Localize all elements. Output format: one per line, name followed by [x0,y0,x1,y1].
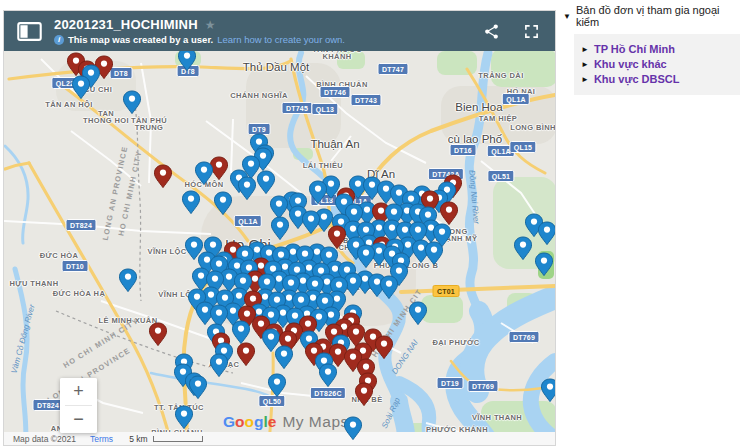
map-pin[interactable] [268,372,286,398]
map-pin[interactable] [319,362,337,388]
map-pin[interactable] [355,381,373,407]
map-pin[interactable] [271,215,289,241]
legend-sidebar: ▼ Bản đồ đơn vị tham gia ngoại kiểm ► TP… [556,0,740,448]
legend-item-tp-ho-chi-minh[interactable]: ► TP Hồ Chí Minh [581,43,734,55]
map-data-text: Map data ©2021 [13,434,76,444]
legend-item-label: TP Hồ Chí Minh [594,43,675,55]
info-icon: i [54,35,64,45]
road-shield: DT16 [450,144,477,156]
road-shield: DT10 [62,260,89,272]
map-pin[interactable] [123,89,141,115]
page: 20201231_HOCHIMINH ★ i This map was crea… [0,0,740,448]
map-pin[interactable] [514,235,532,261]
attribution-bar: Map data ©2021 Terms 5 km [4,432,555,445]
map-pin[interactable] [344,415,362,441]
map-pin[interactable] [409,300,427,326]
expand-triangle-icon: ► [581,75,589,84]
legend-title[interactable]: ▼ Bản đồ đơn vị tham gia ngoại kiểm [563,4,740,28]
road-shield: DT745 [281,102,312,114]
map-pin[interactable] [149,321,167,347]
map-pin[interactable] [275,344,293,370]
map-pin[interactable] [380,274,398,300]
collapse-triangle-icon: ▼ [563,12,571,21]
road-shield: DT747 [377,63,408,75]
header-titles: 20201231_HOCHIMINH ★ i This map was crea… [54,17,483,45]
star-icon[interactable]: ★ [205,20,216,30]
expand-triangle-icon: ► [581,60,589,69]
map-pin[interactable] [535,251,553,277]
zoom-control: + − [60,378,97,433]
map-pin[interactable] [237,341,255,367]
map-pin[interactable] [195,160,213,186]
map-pin[interactable] [375,334,393,360]
map-pin[interactable] [210,352,228,378]
map-pin[interactable] [189,374,207,400]
expand-triangle-icon: ► [581,45,589,54]
scale-text: 5 km [129,434,147,444]
road-shield: DT824 [32,399,63,411]
zoom-out-button[interactable]: − [60,406,97,433]
legend-item-khu-vuc-khac[interactable]: ► Khu vực khác [581,58,734,70]
map-pin[interactable] [309,179,327,205]
map-pin[interactable] [538,220,555,246]
road-shield: DT743 [350,94,381,106]
terms-link[interactable]: Terms [90,434,113,444]
map-pin[interactable] [541,377,555,403]
fullscreen-icon[interactable] [524,24,539,39]
road-shield: QL51 [487,170,514,182]
legend-title-text: Bản đồ đơn vị tham gia ngoại kiểm [576,4,740,28]
scale-bar [153,436,203,442]
road-shield: DT746 [319,86,350,98]
road-shield: DT8 [110,67,133,79]
learn-link[interactable]: Learn how to create your own. [217,34,345,45]
road-shield: CT01 [433,285,460,297]
road-shield: DT824 [65,219,96,231]
map-pin[interactable] [425,240,443,266]
map-pin[interactable] [357,243,375,269]
info-text: This map was created by a user. [68,34,213,45]
map-canvas[interactable]: Google My Maps + − Map data ©2021 Terms … [4,51,555,445]
road-shield: QL1A [234,215,262,227]
map-pin[interactable] [238,175,256,201]
map-pin[interactable] [178,51,196,72]
embedded-map: 20201231_HOCHIMINH ★ i This map was crea… [3,10,556,446]
road-shield: QL15 [509,141,536,153]
header-actions [483,23,539,40]
road-shield: DT826C [310,387,346,399]
zoom-in-button[interactable]: + [60,378,97,405]
map-pin[interactable] [154,163,172,189]
share-icon[interactable] [483,23,500,40]
road-shield: DT19 [437,377,464,389]
road-shield: DT769 [467,380,498,392]
toggle-panel-icon[interactable] [17,22,42,41]
map-pin[interactable] [302,209,320,235]
map-pin[interactable] [72,74,90,100]
road-shield: QL1A [502,93,530,105]
road-shield: DT769 [508,331,539,343]
map-header: 20201231_HOCHIMINH ★ i This map was crea… [4,11,555,51]
road-shield: QL13 [311,103,338,115]
map-title: 20201231_HOCHIMINH [54,17,198,32]
map-pin[interactable] [257,169,275,195]
map-pin[interactable] [119,267,137,293]
map-pin[interactable] [182,189,200,215]
map-pin[interactable] [175,404,193,430]
legend-item-khu-vuc-dbscl[interactable]: ► Khu vực DBSCL [581,73,734,85]
map-pin[interactable] [214,190,232,216]
legend-item-label: Khu vực DBSCL [594,73,680,85]
legend-group: ► TP Hồ Chí Minh ► Khu vực khác ► Khu vự… [574,34,740,95]
legend-item-label: Khu vực khác [594,58,667,70]
